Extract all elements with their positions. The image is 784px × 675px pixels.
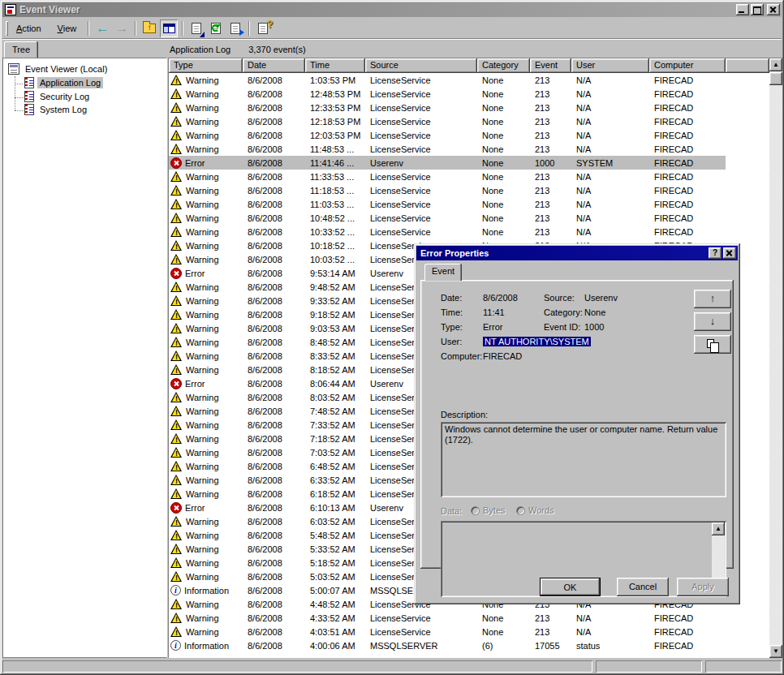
tree-item-label: System Log <box>37 104 89 115</box>
scroll-thumb[interactable] <box>769 72 782 85</box>
sidebar-item-application-log[interactable]: Application Log <box>24 77 103 88</box>
show-hide-console-tree-icon[interactable] <box>160 19 178 37</box>
warning-icon: ! <box>170 599 183 610</box>
cell-time: 4:03:51 AM <box>305 627 365 637</box>
up-one-level-icon[interactable] <box>140 19 158 37</box>
cell-source: LicenseService <box>365 172 477 182</box>
column-header-type[interactable]: Type <box>169 58 243 73</box>
cell-date: 8/6/2008 <box>243 475 305 485</box>
event-row[interactable]: !Warning8/6/200811:33:53 ...LicenseServi… <box>169 170 726 183</box>
export-list-icon[interactable] <box>226 19 244 37</box>
cell-type: !Warning <box>169 213 243 224</box>
cell-event: 213 <box>530 613 571 623</box>
warning-icon: ! <box>170 544 183 555</box>
menu-view[interactable]: View <box>50 21 85 36</box>
time-label: Time: <box>441 307 463 317</box>
column-header-date[interactable]: Date <box>243 58 305 73</box>
list-scrollbar[interactable]: ▲ ▼ <box>769 58 782 658</box>
event-row[interactable]: !Warning8/6/20081:03:53 PMLicenseService… <box>169 73 726 87</box>
back-icon[interactable]: ← <box>93 19 111 37</box>
cell-type: !Warning <box>169 516 243 527</box>
warning-icon: ! <box>170 488 183 500</box>
scroll-down-icon[interactable]: ▼ <box>769 645 782 658</box>
cell-time: 5:33:52 AM <box>305 544 365 554</box>
cell-time: 11:03:53 ... <box>305 200 365 209</box>
maximize-button[interactable] <box>751 4 764 15</box>
source-value: Userenv <box>584 293 618 303</box>
cell-category: None <box>477 200 530 209</box>
data-scroll-up-icon[interactable]: ▲ <box>712 522 725 535</box>
event-row[interactable]: !Warning8/6/200810:33:52 ...LicenseServi… <box>169 225 726 239</box>
sidebar-item-security-log[interactable]: Security Log <box>24 91 92 102</box>
event-count: 3,370 event(s) <box>248 45 305 54</box>
close-button[interactable] <box>767 4 780 15</box>
bytes-radio[interactable] <box>471 506 480 515</box>
next-event-button[interactable]: ↓ <box>694 312 731 331</box>
cell-date: 8/6/2008 <box>243 462 305 471</box>
cell-type: Error <box>169 378 243 389</box>
dialog-close-icon[interactable] <box>723 247 736 259</box>
column-header-time[interactable]: Time <box>305 58 365 73</box>
words-radio[interactable] <box>516 506 525 515</box>
cell-type: !Warning <box>169 571 243 583</box>
cell-computer: FIRECAD <box>649 117 726 127</box>
help-icon[interactable]: ? <box>254 19 272 37</box>
window-title: Event Viewer <box>19 4 80 15</box>
cell-category: None <box>477 131 530 140</box>
event-row[interactable]: Error8/6/200811:41:46 ...UserenvNone1000… <box>169 156 726 170</box>
event-row[interactable]: !Warning8/6/200810:48:52 ...LicenseServi… <box>169 211 726 225</box>
properties-icon[interactable] <box>187 19 205 37</box>
copy-button[interactable] <box>694 335 731 354</box>
column-header-source[interactable]: Source <box>365 58 477 73</box>
event-row[interactable]: !Warning8/6/20084:33:52 AMLicenseService… <box>169 611 726 625</box>
cell-computer: FIRECAD <box>649 103 726 113</box>
ok-button[interactable]: OK <box>540 578 601 596</box>
cell-time: 12:48:53 PM <box>305 89 365 99</box>
refresh-icon[interactable] <box>207 19 225 37</box>
column-header-event[interactable]: Event <box>530 58 571 73</box>
event-row[interactable]: !Warning8/6/200812:18:53 PMLicenseServic… <box>169 114 726 128</box>
cell-time: 6:10:13 AM <box>305 503 365 513</box>
cell-type: !Warning <box>169 116 243 127</box>
description-box[interactable]: Windows cannot determine the user or com… <box>441 422 726 497</box>
column-header-computer[interactable]: Computer <box>649 58 726 73</box>
tree-root[interactable]: Event Viewer (Local) <box>8 63 110 75</box>
scroll-up-icon[interactable]: ▲ <box>769 58 782 71</box>
cell-time: 12:03:53 PM <box>305 131 365 140</box>
warning-icon: ! <box>170 626 183 638</box>
sidebar-item-system-log[interactable]: System Log <box>24 104 89 115</box>
event-row[interactable]: !Warning8/6/20084:03:51 AMLicenseService… <box>169 625 726 638</box>
event-row[interactable]: !Warning8/6/200811:18:53 ...LicenseServi… <box>169 183 726 197</box>
column-header-user[interactable]: User <box>571 58 649 73</box>
tree-tab[interactable]: Tree <box>4 41 38 58</box>
user-label: User: <box>441 337 462 346</box>
cell-category: None <box>477 227 530 237</box>
event-row[interactable]: !Warning8/6/200811:03:53 ...LicenseServi… <box>169 197 726 211</box>
event-row[interactable]: !Warning8/6/200812:33:53 PMLicenseServic… <box>169 101 726 114</box>
cell-event: 213 <box>530 172 571 182</box>
cell-date: 8/6/2008 <box>243 531 305 540</box>
dialog-help-icon[interactable]: ? <box>709 247 722 259</box>
column-header-category[interactable]: Category <box>477 58 530 73</box>
cell-time: 4:33:52 AM <box>305 613 365 623</box>
cell-date: 8/6/2008 <box>243 255 305 264</box>
cancel-button[interactable]: Cancel <box>617 578 669 596</box>
cell-date: 8/6/2008 <box>243 406 305 416</box>
cell-type: !Warning <box>169 392 243 403</box>
previous-event-button[interactable]: ↑ <box>694 290 731 308</box>
event-row[interactable]: !Warning8/6/200812:03:53 PMLicenseServic… <box>169 128 726 142</box>
cell-date: 8/6/2008 <box>243 448 305 458</box>
cell-date: 8/6/2008 <box>243 627 305 637</box>
apply-button[interactable]: Apply <box>677 578 729 596</box>
menu-action[interactable]: Action <box>8 21 50 36</box>
bytes-radio-label: Bytes <box>483 505 506 515</box>
cell-date: 8/6/2008 <box>243 186 305 196</box>
cell-type: !Warning <box>169 419 243 431</box>
event-tab[interactable]: Event <box>424 264 462 281</box>
computer-value: FIRECAD <box>483 351 522 361</box>
event-row[interactable]: !Warning8/6/200812:48:53 PMLicenseServic… <box>169 87 726 101</box>
cell-time: 8:18:52 AM <box>305 365 365 375</box>
minimize-button[interactable] <box>736 4 749 15</box>
event-row[interactable]: !Warning8/6/200811:48:53 ...LicenseServi… <box>169 142 726 156</box>
event-row[interactable]: Information8/6/20084:00:06 AMMSSQLSERVER… <box>169 638 726 652</box>
